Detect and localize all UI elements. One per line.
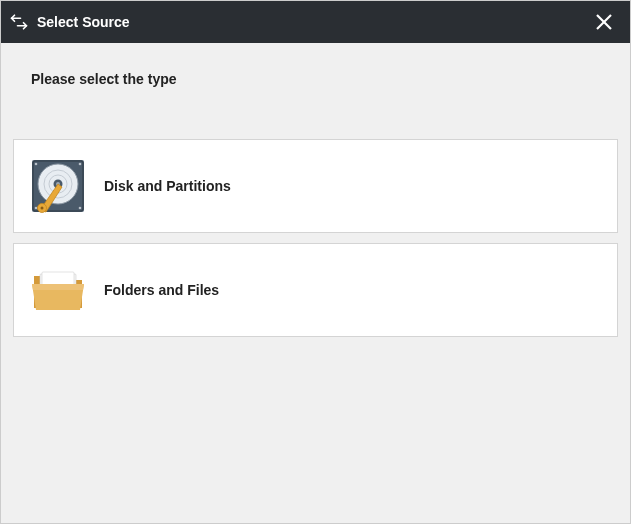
folder-icon <box>28 260 88 320</box>
select-source-dialog: Select Source Please select the type <box>0 0 631 524</box>
prompt-text: Please select the type <box>31 71 618 87</box>
option-label: Folders and Files <box>104 282 219 298</box>
svg-point-4 <box>35 163 38 166</box>
option-folders-files[interactable]: Folders and Files <box>13 243 618 337</box>
dialog-content: Please select the type <box>1 43 630 523</box>
close-icon <box>595 13 613 31</box>
close-button[interactable] <box>588 6 620 38</box>
svg-point-14 <box>41 207 44 210</box>
option-label: Disk and Partitions <box>104 178 231 194</box>
svg-point-5 <box>79 163 82 166</box>
app-icon <box>9 12 29 32</box>
svg-point-6 <box>35 207 38 210</box>
svg-point-7 <box>79 207 82 210</box>
option-disk-partitions[interactable]: Disk and Partitions <box>13 139 618 233</box>
titlebar-title: Select Source <box>37 14 588 30</box>
disk-icon <box>28 156 88 216</box>
titlebar: Select Source <box>1 1 630 43</box>
svg-rect-16 <box>42 272 74 286</box>
